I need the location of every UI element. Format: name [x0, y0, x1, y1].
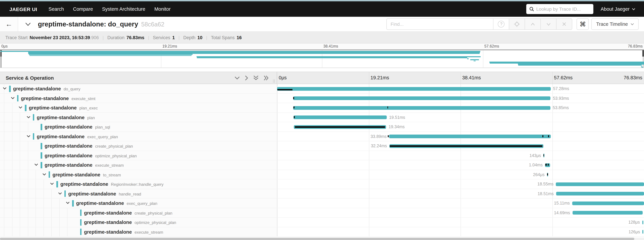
nav-item-system-architecture[interactable]: System Architecture	[102, 6, 146, 12]
expand-chevron-icon[interactable]	[26, 135, 30, 137]
minimap-right-scrubber[interactable]	[643, 50, 643, 68]
expand-one-icon[interactable]	[245, 75, 248, 81]
indent-guide	[4, 94, 4, 103]
span-name-cell[interactable]: greptime-standaloneplan_exec	[0, 103, 277, 112]
minimap-span-line	[470, 59, 479, 60]
find-input[interactable]	[386, 18, 494, 30]
operation-name: plan_sql	[95, 122, 110, 131]
span-name-cell[interactable]: greptime-standaloneto_stream	[0, 170, 277, 179]
keyboard-shortcuts-button[interactable]: ⌘	[577, 18, 589, 30]
expand-chevron-icon[interactable]	[34, 163, 38, 166]
trace-id-lookup-input[interactable]: Lookup by Trace ID...	[526, 4, 593, 14]
find-prev-button[interactable]	[525, 18, 541, 30]
find-clear-button[interactable]	[556, 18, 572, 30]
duration-label: 19.34ms	[388, 122, 405, 132]
span-name-cell[interactable]: greptime-standaloneexec_query_plan	[0, 132, 277, 141]
horizontal-scrollbar[interactable]	[0, 238, 644, 240]
span-name-cell[interactable]: greptime-standalonecreate_physical_plan	[0, 208, 277, 217]
back-button[interactable]: ←	[0, 17, 18, 31]
expand-chevron-icon[interactable]	[50, 182, 54, 185]
span-name-cell[interactable]: greptime-standaloneplan_sql	[0, 122, 277, 131]
minimap-span-line	[474, 60, 476, 61]
span-labels: greptime-standaloneoptimize_physical_pla…	[44, 151, 137, 160]
nav-item-search[interactable]: Search	[48, 6, 64, 12]
expand-chevron-icon[interactable]	[58, 192, 62, 195]
span-bar-cell[interactable]: 19.51ms	[277, 113, 644, 122]
span-bar-cell[interactable]: 15.11ms	[277, 199, 644, 208]
find-next-button[interactable]	[541, 18, 556, 30]
span-color-strip	[33, 114, 34, 120]
span-bar-cell[interactable]: 18.55ms	[277, 179, 644, 189]
span-bar-cell[interactable]: 53.85ms	[277, 103, 644, 112]
expand-chevron-icon[interactable]	[10, 97, 14, 99]
expand-chevron-icon[interactable]	[3, 87, 7, 90]
span-name-cell[interactable]: greptime-standalonehandle_read	[0, 189, 277, 198]
span-bar-cell[interactable]: 53.93ms	[277, 94, 644, 103]
focus-span-button[interactable]	[509, 18, 525, 30]
span-name-cell[interactable]: greptime-standalonecreate_physical_plan	[0, 141, 277, 150]
trace-minimap[interactable]	[0, 50, 644, 68]
span-bar[interactable]	[389, 135, 551, 138]
minimap-left-scrubber[interactable]	[1, 50, 1, 68]
expand-chevron-icon[interactable]	[66, 202, 70, 204]
service-name: greptime-standalone	[37, 113, 84, 122]
scrollbar-thumb[interactable]	[0, 238, 634, 240]
span-labels: greptime-standalonecreate_physical_plan	[44, 141, 133, 150]
span-bar-cell[interactable]: 1.04ms	[277, 160, 644, 170]
span-bar-cell[interactable]: 14.69ms	[277, 208, 644, 217]
span-bar-cell[interactable]: 33.89ms	[277, 132, 644, 141]
span-name-cell[interactable]: greptime-standalonedo_query	[0, 84, 277, 93]
duration-label: 53.85ms	[553, 103, 569, 113]
about-jaeger-menu[interactable]: About Jaeger	[600, 6, 635, 12]
span-name-cell[interactable]: greptime-standaloneoptimize_physical_pla…	[0, 151, 277, 160]
span-name-cell[interactable]: greptime-standaloneplan	[0, 113, 277, 122]
span-bar-cell[interactable]: 264μs	[277, 170, 644, 179]
span-bar[interactable]	[277, 87, 551, 91]
expand-chevron-icon[interactable]	[18, 106, 22, 109]
span-row: greptime-standalonecreate_physical_plan …	[0, 208, 644, 218]
span-bar[interactable]	[572, 202, 644, 205]
span-bar-cell[interactable]: 19.34ms	[277, 122, 644, 131]
nav-item-compare[interactable]: Compare	[73, 6, 93, 12]
trace-summary-bar: Trace StartNovember 23 2023, 16:53:39.90…	[0, 32, 644, 43]
span-bar[interactable]	[556, 192, 644, 196]
span-bar-cell[interactable]: 143μs	[277, 151, 644, 160]
span-name-cell[interactable]: greptime-standaloneexecute_stream	[0, 227, 277, 236]
span-color-strip	[80, 210, 82, 216]
span-name-cell[interactable]: greptime-standaloneexecute_stream	[0, 160, 277, 170]
span-name-cell[interactable]: greptime-standaloneoptimize_physical_pla…	[0, 218, 277, 227]
span-name-cell[interactable]: greptime-standaloneexecute_stmt	[0, 94, 277, 103]
span-name-cell[interactable]: greptime-standaloneexec_query_plan	[0, 199, 277, 208]
indent-guide	[44, 179, 44, 189]
span-name-cell[interactable]: greptime-standaloneRegionInvoker::handle…	[0, 179, 277, 189]
span-bar[interactable]	[556, 182, 644, 186]
collapse-one-icon[interactable]	[234, 76, 240, 80]
collapse-trace-header-button[interactable]	[25, 22, 31, 26]
span-bar-cell[interactable]: 18.51ms	[277, 189, 644, 198]
app-logo[interactable]: JAEGER UI	[10, 6, 37, 12]
span-bar[interactable]	[642, 221, 643, 224]
indent-guide	[12, 199, 12, 208]
span-bar-cell[interactable]: 128μs	[277, 218, 644, 227]
expand-all-icon[interactable]	[264, 75, 269, 81]
span-bar[interactable]	[293, 106, 550, 110]
nav-item-monitor[interactable]: Monitor	[154, 6, 170, 12]
expand-chevron-icon[interactable]	[42, 173, 46, 176]
span-bar-cell[interactable]: 32.24ms	[277, 141, 644, 150]
scrubber-grip[interactable]	[642, 50, 644, 57]
indent-guide	[4, 113, 4, 122]
span-bar-cell[interactable]: 57.28ms	[277, 84, 644, 93]
collapse-all-icon[interactable]	[253, 75, 258, 80]
span-bar[interactable]	[294, 116, 387, 119]
span-bar[interactable]	[293, 97, 550, 100]
page-title: greptime-standalone: do_query58c6a62	[38, 20, 164, 28]
find-help-button[interactable]: ?	[494, 18, 509, 30]
column-resize-handle[interactable]: ||	[273, 79, 276, 83]
axis-tick-label: 38.41ms	[323, 44, 338, 48]
expand-chevron-icon[interactable]	[26, 116, 30, 118]
service-name: greptime-standalone	[84, 218, 132, 227]
span-bar[interactable]	[642, 230, 644, 234]
span-bar[interactable]	[572, 211, 642, 215]
trace-view-type-select[interactable]: Trace Timeline	[592, 18, 639, 30]
span-bar-cell[interactable]: 126μs	[277, 227, 644, 236]
